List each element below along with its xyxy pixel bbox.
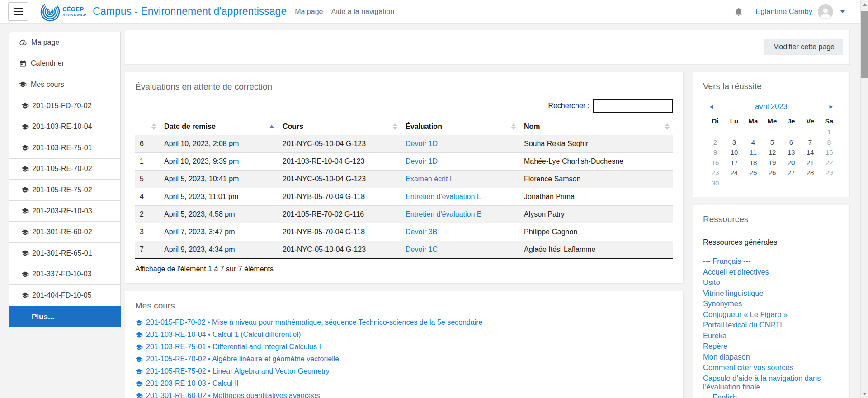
sidebar-item-201-015-fd-70-02[interactable]: 201-015-FD-70-02 xyxy=(9,95,121,117)
edit-page-button[interactable]: Modifier cette page xyxy=(764,39,843,55)
scrollbar-up-arrow[interactable] xyxy=(861,0,868,8)
course-link[interactable]: 201-103-RE-75-01 • Differential and Inte… xyxy=(146,343,321,351)
vertical-scrollbar[interactable] xyxy=(860,0,868,398)
resource-link[interactable]: --- Français --- xyxy=(703,257,750,265)
my-course-item[interactable]: 201-203-RE-10-03 • Calcul II xyxy=(135,379,673,388)
my-course-item[interactable]: 201-301-RE-60-02 • Méthodes quantitative… xyxy=(135,392,673,398)
calendar-today-cell[interactable]: 11 xyxy=(744,148,763,159)
column-header-date[interactable]: Date de remise xyxy=(160,118,278,135)
calendar-next-button[interactable]: ► xyxy=(828,103,834,110)
date-cell: April 7, 2023, 3:47 pm xyxy=(160,223,278,241)
resource-link[interactable]: Repère xyxy=(703,342,727,350)
sidebar-item-201-105-re-75-02[interactable]: 201-105-RE-75-02 xyxy=(9,179,121,201)
sidebar-item-201-404-fd-10-05[interactable]: 201-404-FD-10-05 xyxy=(9,284,121,306)
sidebar-item-calendrier[interactable]: Calendrier xyxy=(9,53,121,75)
resource-item: Portail lexical du CNRTL xyxy=(703,321,840,329)
my-course-item[interactable]: 201-103-RE-10-04 • Calcul 1 (Calcul diff… xyxy=(135,331,673,339)
evaluation-link[interactable]: Entretien d'évaluation E xyxy=(406,210,482,218)
resource-link[interactable]: Comment citer vos sources xyxy=(703,363,793,371)
sidebar-item-mes-cours[interactable]: Mes cours xyxy=(9,74,121,95)
course-link[interactable]: 201-105-RE-75-02 • Linear Algebra and Ve… xyxy=(146,367,330,375)
cegep-logo[interactable]: CÉGEP À DISTANCE xyxy=(40,1,86,22)
column-header-index[interactable] xyxy=(135,118,160,135)
resource-link[interactable]: Accueil et directives xyxy=(703,268,769,276)
evaluation-link[interactable]: Examen écrit I xyxy=(406,175,452,183)
course-link[interactable]: 201-015-FD-70-02 • Mise à niveau pour ma… xyxy=(146,318,482,327)
sidebar-item-201-337-fd-10-03[interactable]: 201-337-FD-10-03 xyxy=(9,264,121,285)
resource-link[interactable]: Capsule d’aide à la navigation dans l’év… xyxy=(703,374,821,391)
sidebar-item-label: 201-105-RE-70-02 xyxy=(32,165,92,173)
sidebar-item-201-203-re-10-03[interactable]: 201-203-RE-10-03 xyxy=(9,200,121,222)
evaluation-link[interactable]: Entretien d'évaluation L xyxy=(406,193,481,200)
evaluation-link[interactable]: Devoir 3B xyxy=(406,228,437,236)
grad-cap-icon xyxy=(135,368,143,375)
course-link[interactable]: 201-301-RE-60-02 • Méthodes quantitative… xyxy=(146,392,320,398)
site-title[interactable]: Campus - Environnement d'apprentissage xyxy=(93,5,287,18)
resource-link[interactable]: --- English --- xyxy=(703,393,746,398)
evaluation-link[interactable]: Devoir 1D xyxy=(406,157,438,165)
sidebar-item-label: 201-015-FD-70-02 xyxy=(32,102,92,110)
evaluation-cell: Examen écrit I xyxy=(401,171,519,188)
column-header-cours[interactable]: Cours xyxy=(278,118,401,135)
page-header-strip: Modifier cette page xyxy=(125,30,850,65)
user-avatar[interactable] xyxy=(818,4,833,19)
sidebar-item-201-301-re-60-02[interactable]: 201-301-RE-60-02 xyxy=(9,221,121,243)
notifications-bell-icon[interactable] xyxy=(734,7,744,17)
sidebar-item-201-301-re-65-01[interactable]: 201-301-RE-65-01 xyxy=(9,242,121,264)
calendar-day-cell: 2 xyxy=(706,138,725,149)
column-header-nom[interactable]: Nom xyxy=(519,118,673,135)
grad-cap-icon xyxy=(135,343,143,351)
table-search-input[interactable] xyxy=(593,99,673,113)
sort-icon xyxy=(511,123,516,130)
grad-cap-icon xyxy=(21,228,29,236)
row-number-cell: 4 xyxy=(135,188,160,206)
menu-toggle-button[interactable] xyxy=(8,2,28,21)
navbar-link-ma-page[interactable]: Ma page xyxy=(295,8,323,16)
resource-link[interactable]: Usito xyxy=(703,278,720,286)
navbar-link-aide-navigation[interactable]: Aide à la navigation xyxy=(331,8,394,16)
date-cell: April 10, 2023, 9:39 pm xyxy=(160,153,278,171)
resource-link[interactable]: Conjugueur « Le Figaro » xyxy=(703,310,788,318)
calendar-prev-button[interactable]: ◄ xyxy=(708,103,714,110)
sidebar-item-201-103-re-75-01[interactable]: 201-103-RE-75-01 xyxy=(9,137,121,159)
search-label: Rechercher : xyxy=(548,102,590,110)
sidebar-item-ma-page[interactable]: Ma page xyxy=(9,32,121,53)
my-course-item[interactable]: 201-105-RE-75-02 • Linear Algebra and Ve… xyxy=(135,367,673,375)
my-course-item[interactable]: 201-103-RE-75-01 • Differential and Inte… xyxy=(135,343,673,351)
sidebar-item-201-103-re-10-04[interactable]: 201-103-RE-10-04 xyxy=(9,116,121,137)
scrollbar-down-arrow[interactable] xyxy=(861,390,868,398)
calendar-month-label[interactable]: avril 2023 xyxy=(755,102,788,111)
resource-link[interactable]: Eureka xyxy=(703,332,726,340)
student-name-cell: Jonathan Prima xyxy=(519,188,673,206)
resource-link[interactable]: Vitrine linguistique xyxy=(703,289,764,297)
user-menu-caret-icon[interactable] xyxy=(840,10,845,13)
evaluation-link[interactable]: Devoir 1C xyxy=(406,246,438,253)
evaluation-link[interactable]: Devoir 1D xyxy=(406,140,438,147)
scrollbar-thumb[interactable] xyxy=(861,11,868,78)
sidebar-item-201-105-re-70-02[interactable]: 201-105-RE-70-02 xyxy=(9,158,121,180)
course-link[interactable]: 201-203-RE-10-03 • Calcul II xyxy=(146,379,239,388)
course-link[interactable]: 201-103-RE-10-04 • Calcul 1 (Calcul diff… xyxy=(146,331,301,339)
calendar-day-cell xyxy=(782,128,801,138)
resource-link[interactable]: Mon diapason xyxy=(703,353,750,361)
resource-link[interactable]: Synonymes xyxy=(703,299,742,308)
calendar-day-cell: 10 xyxy=(725,148,744,159)
course-link[interactable]: 201-105-RE-70-02 • Algèbre linéaire et g… xyxy=(146,355,339,363)
sidebar-item-label: Ma page xyxy=(31,38,59,47)
calendar-day-cell: 15 xyxy=(820,148,839,159)
course-cell: 201-105-RE-70-02 G-116 xyxy=(278,206,401,223)
course-cell: 201-NYC-05-10-04 G-123 xyxy=(278,171,401,188)
calendar-day-cell: 29 xyxy=(820,169,839,179)
resource-item: Mon diapason xyxy=(703,353,840,361)
date-cell: April 5, 2023, 11:01 pm xyxy=(160,188,278,206)
calendar-day-cell xyxy=(820,179,839,190)
sort-asc-icon xyxy=(269,125,274,128)
sidebar-item-label: 201-301-RE-65-01 xyxy=(32,249,92,257)
sidebar-more-button[interactable]: Plus... xyxy=(9,306,121,328)
calendar-day-cell: 13 xyxy=(782,148,801,159)
column-header-evaluation[interactable]: Évaluation xyxy=(401,118,519,135)
resource-link[interactable]: Portail lexical du CNRTL xyxy=(703,321,784,329)
my-course-item[interactable]: 201-105-RE-70-02 • Algèbre linéaire et g… xyxy=(135,355,673,363)
user-name[interactable]: Eglantine Camby xyxy=(755,7,812,16)
my-course-item[interactable]: 201-015-FD-70-02 • Mise à niveau pour ma… xyxy=(135,318,673,327)
